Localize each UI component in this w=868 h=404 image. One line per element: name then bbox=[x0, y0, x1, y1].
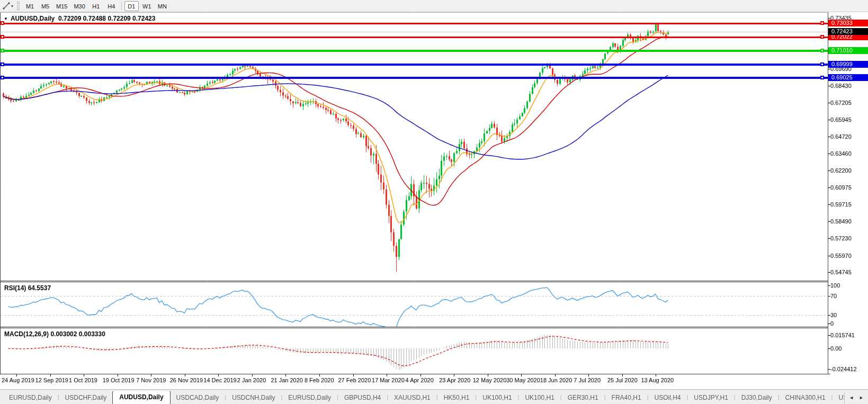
tab-usoil-h4[interactable]: USOil,H4 bbox=[648, 392, 686, 404]
horizontal-line-0.71010[interactable] bbox=[0, 50, 828, 52]
date-label: 4 Apr 2020 bbox=[406, 377, 434, 383]
chart-canvas[interactable] bbox=[0, 0, 868, 404]
price-tick-label: 0.65945 bbox=[830, 116, 867, 123]
line-handle-right[interactable] bbox=[820, 35, 824, 39]
chart-tabs-bar: EURUSD,Daily|USDCHF,DailyAUDUSD,DailyUSD… bbox=[0, 389, 868, 404]
chart-tabs: EURUSD,Daily|USDCHF,DailyAUDUSD,DailyUSD… bbox=[0, 391, 844, 404]
chart-title: ▼AUDUSD,Daily 0.72209 0.72488 0.72209 0.… bbox=[4, 15, 155, 22]
trendline-tool-icon[interactable]: ▾ bbox=[1, 1, 15, 11]
chevron-down-icon: ▼ bbox=[4, 16, 8, 21]
current-price-label-box: 0.72423 bbox=[828, 28, 868, 35]
price-tick-label: 0.64720 bbox=[830, 133, 867, 140]
date-label: 8 Feb 2020 bbox=[305, 377, 334, 383]
price-tick-label: 0.62200 bbox=[830, 167, 867, 174]
macd-axis-label: -0.024412 bbox=[830, 366, 867, 372]
timeframe-button-w1[interactable]: W1 bbox=[140, 1, 154, 11]
rsi-value: 64.5537 bbox=[28, 284, 51, 292]
tab-gbpusd-h4[interactable]: GBPUSD,H4 bbox=[338, 392, 387, 404]
price-tick-label: 0.60975 bbox=[830, 184, 867, 191]
scroll-left-icon[interactable]: ◄ bbox=[849, 395, 854, 400]
macd-name: MACD(12,26,9) bbox=[4, 330, 49, 338]
price-label-box: 0.69025 bbox=[828, 74, 868, 81]
date-label: 13 Aug 2020 bbox=[641, 377, 674, 383]
price-tick-label: 0.54745 bbox=[830, 269, 867, 275]
horizontal-line-0.72022[interactable] bbox=[0, 37, 828, 38]
current-price-line bbox=[0, 32, 828, 32]
tab-scroll-arrows: ◄ ► bbox=[844, 391, 868, 404]
tab-usdcnh-daily[interactable]: USDCNH,Daily bbox=[226, 392, 281, 404]
tab-uk100-h1[interactable]: UK100,H1 bbox=[519, 392, 560, 404]
rsi-axis-label: 0 bbox=[830, 320, 867, 327]
rsi-axis-label: 100 bbox=[830, 282, 867, 289]
tab-eurusd-daily[interactable]: EURUSD,Daily bbox=[3, 392, 58, 404]
line-tool-glyph bbox=[3, 2, 10, 10]
toolbar-separator bbox=[121, 2, 122, 10]
timeframe-button-m5[interactable]: M5 bbox=[38, 1, 52, 11]
timeframe-button-h1[interactable]: H1 bbox=[89, 1, 103, 11]
line-handle-right[interactable] bbox=[820, 76, 824, 79]
price-label-box: 0.73033 bbox=[828, 20, 868, 26]
tab-xauusd-h1[interactable]: XAUUSD,H1 bbox=[388, 392, 436, 404]
date-label: 1 Oct 2019 bbox=[69, 377, 97, 383]
scroll-right-icon[interactable]: ► bbox=[859, 395, 864, 400]
timeframe-button-mn[interactable]: MN bbox=[155, 1, 169, 11]
mt4-window: ▾ M1M5M15M30H1H4D1W1MN ▼AUDUSD,Daily 0.7… bbox=[0, 0, 868, 404]
timeframe-button-d1[interactable]: D1 bbox=[124, 1, 139, 11]
macd-main-value: 0.003002 bbox=[50, 330, 77, 338]
date-label: 17 Mar 2020 bbox=[372, 377, 405, 383]
tab-fra40-h1[interactable]: FRA40,H1 bbox=[606, 392, 647, 404]
line-handle-right[interactable] bbox=[820, 21, 824, 25]
line-handle-right[interactable] bbox=[820, 49, 824, 52]
rsi-name: RSI(14) bbox=[4, 284, 26, 292]
line-handle-left[interactable] bbox=[1, 62, 4, 66]
date-label: 25 Jul 2020 bbox=[607, 377, 638, 383]
price-label-box: 0.69999 bbox=[828, 61, 868, 68]
date-label: 14 Dec 2019 bbox=[203, 377, 236, 383]
tab-uk100-h1[interactable]: UK100,H1 bbox=[477, 392, 517, 404]
macd-axis-label: 0.00 bbox=[830, 345, 867, 352]
horizontal-line-0.69025[interactable] bbox=[0, 77, 828, 79]
price-tick-label: 0.58490 bbox=[830, 218, 867, 225]
tab-usdjpy-h1[interactable]: USDJPY,H1 bbox=[688, 392, 733, 404]
price-tick-label: 0.63460 bbox=[830, 150, 867, 157]
timeframe-button-h4[interactable]: H4 bbox=[104, 1, 119, 11]
date-label: 7 Jul 2020 bbox=[574, 377, 601, 383]
tab-audusd-daily[interactable]: AUDUSD,Daily bbox=[112, 391, 170, 404]
line-handle-left[interactable] bbox=[1, 76, 4, 79]
rsi-axis-label: 70 bbox=[830, 293, 867, 299]
date-label: 26 Nov 2019 bbox=[170, 377, 203, 383]
tab-dj30-daily[interactable]: DJ30,Daily bbox=[736, 392, 778, 404]
tab-usdcad-daily[interactable]: USDCAD,Daily bbox=[171, 392, 225, 404]
tab-usoil-h1[interactable]: USOil,H1 bbox=[833, 392, 844, 404]
tab-china300-h1[interactable]: CHINA300,H1 bbox=[780, 392, 831, 404]
tab-usdchf-daily[interactable]: USDCHF,Daily bbox=[59, 392, 113, 404]
toolbar-grip[interactable] bbox=[17, 2, 20, 10]
date-label: 30 May 2020 bbox=[506, 377, 540, 383]
date-label: 23 Apr 2020 bbox=[439, 377, 470, 383]
macd-signal-value: 0.003330 bbox=[79, 330, 105, 338]
date-label: 24 Aug 2019 bbox=[2, 377, 34, 383]
date-label: 7 Nov 2019 bbox=[136, 377, 166, 383]
line-handle-right[interactable] bbox=[820, 62, 824, 66]
timeframe-button-group: M1M5M15M30H1H4D1W1MN bbox=[22, 1, 170, 11]
chart-symbol-label: AUDUSD,Daily bbox=[11, 15, 55, 22]
price-tick-label: 0.55970 bbox=[830, 253, 867, 259]
date-label: 27 Feb 2020 bbox=[338, 377, 371, 383]
macd-panel-label: MACD(12,26,9) 0.003002 0.003330 bbox=[4, 330, 105, 338]
date-label: 19 Oct 2019 bbox=[103, 377, 135, 383]
date-label: 12 Sep 2019 bbox=[35, 377, 68, 383]
tab-hk50-h1[interactable]: HK50,H1 bbox=[438, 392, 476, 404]
chart-ohlc-values: 0.72209 0.72488 0.72209 0.72423 bbox=[58, 15, 156, 22]
rsi-panel-label: RSI(14) 64.5537 bbox=[4, 284, 51, 292]
rsi-axis-label: 30 bbox=[830, 312, 867, 318]
timeframe-button-m15[interactable]: M15 bbox=[53, 1, 70, 11]
timeframe-button-m1[interactable]: M1 bbox=[23, 1, 37, 11]
horizontal-line-0.73033[interactable] bbox=[0, 23, 828, 24]
line-handle-left[interactable] bbox=[1, 49, 4, 52]
tab-ger30-h1[interactable]: GER30,H1 bbox=[562, 392, 604, 404]
timeframe-button-m30[interactable]: M30 bbox=[71, 1, 87, 11]
line-handle-left[interactable] bbox=[1, 35, 4, 39]
price-tick-label: 0.67205 bbox=[830, 100, 867, 106]
horizontal-line-0.69999[interactable] bbox=[0, 64, 828, 66]
tab-eurusd-daily[interactable]: EURUSD,Daily bbox=[282, 392, 337, 404]
